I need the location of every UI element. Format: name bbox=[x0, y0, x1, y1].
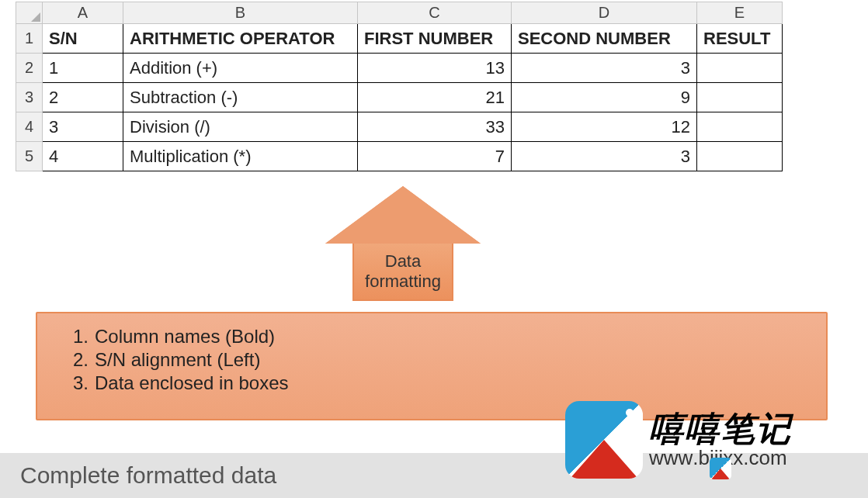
cell-b4[interactable]: Division (/) bbox=[123, 112, 358, 142]
cell-b1[interactable]: ARITHMETIC OPERATOR bbox=[123, 24, 358, 54]
watermark-logo: 嘻嘻笔记 www.bijixx.com bbox=[565, 389, 860, 490]
note-text-3: Data enclosed in boxes bbox=[95, 372, 289, 393]
cell-d4[interactable]: 12 bbox=[512, 112, 697, 142]
cell-e4[interactable] bbox=[697, 112, 783, 142]
note-text-1: Column names (Bold) bbox=[95, 326, 275, 347]
cell-a5[interactable]: 4 bbox=[43, 142, 123, 171]
arrow-up-icon bbox=[325, 186, 481, 244]
cell-e2[interactable] bbox=[697, 54, 783, 83]
footer-text: Complete formatted data bbox=[20, 462, 276, 489]
spreadsheet-grid[interactable]: A B C D E 1 S/N ARITHMETIC OPERATOR FIRS… bbox=[16, 2, 783, 171]
cell-a1[interactable]: S/N bbox=[43, 24, 123, 54]
arrow-callout: Data formatting bbox=[314, 186, 492, 301]
cell-e1[interactable]: RESULT bbox=[697, 24, 783, 54]
cell-a2[interactable]: 1 bbox=[43, 54, 123, 83]
cell-d5[interactable]: 3 bbox=[512, 142, 697, 171]
row-header-2[interactable]: 2 bbox=[16, 54, 43, 83]
cell-d2[interactable]: 3 bbox=[512, 54, 697, 83]
col-header-c[interactable]: C bbox=[358, 2, 512, 24]
cell-e3[interactable] bbox=[697, 83, 783, 112]
row-header-5[interactable]: 5 bbox=[16, 142, 43, 171]
note-item-2: 2.S/N alignment (Left) bbox=[73, 349, 790, 371]
cell-b5[interactable]: Multiplication (*) bbox=[123, 142, 358, 171]
select-all-corner[interactable] bbox=[16, 2, 43, 24]
col-header-b[interactable]: B bbox=[123, 2, 358, 24]
row-header-1[interactable]: 1 bbox=[16, 24, 43, 54]
note-text-2: S/N alignment (Left) bbox=[95, 349, 260, 370]
cell-c3[interactable]: 21 bbox=[358, 83, 512, 112]
col-header-d[interactable]: D bbox=[512, 2, 697, 24]
row-header-3[interactable]: 3 bbox=[16, 83, 43, 112]
col-header-e[interactable]: E bbox=[697, 2, 783, 24]
note-item-1: 1.Column names (Bold) bbox=[73, 326, 790, 348]
col-header-a[interactable]: A bbox=[43, 2, 123, 24]
cell-e5[interactable] bbox=[697, 142, 783, 171]
cell-c2[interactable]: 13 bbox=[358, 54, 512, 83]
cell-a3[interactable]: 2 bbox=[43, 83, 123, 112]
cell-c4[interactable]: 33 bbox=[358, 112, 512, 142]
house-logo-small-icon bbox=[710, 458, 731, 479]
cell-d1[interactable]: SECOND NUMBER bbox=[512, 24, 697, 54]
cell-b2[interactable]: Addition (+) bbox=[123, 54, 358, 83]
house-logo-icon bbox=[565, 401, 643, 479]
row-header-4[interactable]: 4 bbox=[16, 112, 43, 142]
watermark-cn: 嘻嘻笔记 bbox=[649, 412, 792, 446]
arrow-label: Data formatting bbox=[352, 244, 453, 301]
watermark-url: www.bijixx.com bbox=[649, 448, 792, 468]
cell-c1[interactable]: FIRST NUMBER bbox=[358, 24, 512, 54]
cell-a4[interactable]: 3 bbox=[43, 112, 123, 142]
cell-c5[interactable]: 7 bbox=[358, 142, 512, 171]
cell-d3[interactable]: 9 bbox=[512, 83, 697, 112]
cell-b3[interactable]: Subtraction (-) bbox=[123, 83, 358, 112]
